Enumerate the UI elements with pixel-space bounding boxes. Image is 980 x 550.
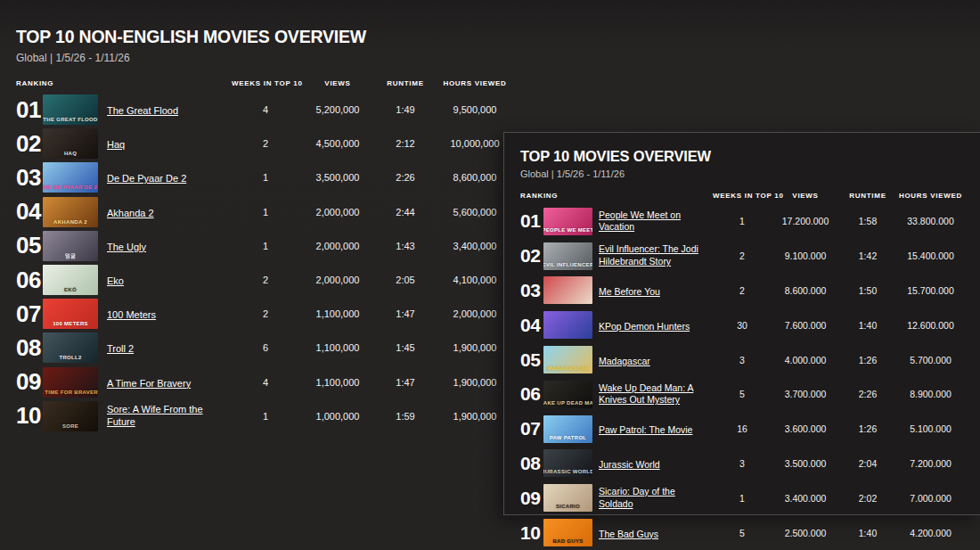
movie-thumbnail[interactable]: HAQ (43, 128, 98, 159)
views-column-header: VIEWS (299, 79, 376, 87)
runtime-column-header: RUNTIME (376, 79, 435, 87)
movie-title-link[interactable]: Jurassic World (599, 459, 660, 472)
movie-thumbnail[interactable]: TROLL2 (43, 332, 98, 363)
table-row: 01 THE GREAT FLOOD The Great Flood 4 5,2… (16, 93, 515, 127)
movie-thumbnail[interactable]: PAW PATROL (543, 415, 592, 443)
movie-thumbnail-label: HAQ (64, 151, 77, 159)
movie-thumbnail[interactable]: De De Pyaar De 2 (43, 162, 98, 193)
movie-thumbnail[interactable]: JURASSIC WORLD (543, 449, 592, 477)
movie-title-link[interactable]: Evil Influencer: The Jodi Hildebrandt St… (599, 243, 707, 267)
weeks-in-top10-value: 3 (713, 458, 772, 469)
column-header-row: RANKING WEEKS IN TOP 10 VIEWS RUNTIME HO… (520, 192, 964, 200)
movie-thumbnail[interactable]: WAKE UP DEAD MAN (543, 381, 592, 408)
scope-and-date-range: Global | 1/5/26 - 1/11/26 (520, 168, 964, 179)
movie-thumbnail[interactable]: SICARIO (543, 484, 592, 512)
movie-title-link[interactable]: Paw Patrol: The Movie (599, 424, 692, 437)
rank-number: 04 (16, 198, 43, 226)
hours-viewed-value: 15.400.000 (896, 250, 965, 261)
rank-number: 09 (520, 488, 543, 509)
non-english-movies-list: 01 THE GREAT FLOOD The Great Flood 4 5,2… (16, 93, 515, 433)
weeks-in-top10-value: 6 (232, 342, 299, 353)
runtime-value: 2:26 (376, 172, 435, 183)
table-row: 06 WAKE UP DEAD MAN Wake Up Dead Man: A … (520, 377, 964, 412)
hours-viewed-value: 7.200.000 (896, 458, 965, 469)
runtime-value: 1:47 (376, 377, 435, 388)
rank-number: 10 (520, 522, 543, 544)
views-value: 3.400.000 (772, 493, 839, 504)
table-row: 07 PAW PATROL Paw Patrol: The Movie 16 3… (520, 412, 964, 447)
table-row: 08 JURASSIC WORLD Jurassic World 3 3.500… (520, 447, 964, 481)
ranking-column-header: RANKING (520, 192, 713, 200)
views-value: 4,500,000 (299, 138, 376, 149)
weeks-in-top10-value: 1 (713, 216, 772, 226)
runtime-value: 1:47 (376, 308, 435, 319)
movie-thumbnail[interactable]: SORE (43, 401, 98, 431)
movie-thumbnail[interactable]: MADAGASCAR (543, 346, 592, 374)
weeks-column-header: WEEKS IN TOP 10 (713, 192, 772, 200)
hours-viewed-value: 9,500,000 (435, 104, 515, 115)
views-value: 3.500.000 (772, 458, 839, 469)
movie-thumbnail[interactable]: A TIME FOR BRAVERY (43, 367, 98, 398)
movie-thumbnail-label: SICARIO (556, 504, 580, 512)
movies-list: 01 PEOPLE WE MEET People We Meet on Vaca… (520, 204, 964, 550)
table-row: 04 KPop Demon Hunters 30 7.600.000 1:40 … (520, 308, 964, 342)
runtime-value: 1:40 (839, 320, 896, 331)
movie-thumbnail-label: BAD GUYS (552, 538, 583, 546)
movie-title-link[interactable]: Sore: A Wife From the Future (107, 403, 226, 429)
movie-title-link[interactable]: Me Before You (599, 286, 660, 299)
movie-title-link[interactable]: Wake Up Dead Man: A Knives Out Mystery (599, 382, 707, 406)
non-english-movies-panel: TOP 10 NON-ENGLISH MOVIES OVERVIEW Globa… (16, 27, 515, 433)
movie-thumbnail[interactable]: EVIL INFLUENCER (543, 242, 592, 270)
movie-title-link[interactable]: The Ugly (107, 241, 146, 253)
movie-title-link[interactable]: Troll 2 (107, 342, 134, 355)
weeks-in-top10-value: 1 (232, 241, 299, 251)
weeks-in-top10-value: 1 (232, 207, 299, 218)
table-row: 08 TROLL2 Troll 2 6 1,100,000 1:45 1,900… (16, 331, 515, 365)
runtime-value: 2:04 (839, 458, 896, 469)
movie-thumbnail[interactable]: BAD GUYS (543, 519, 592, 546)
movie-thumbnail[interactable] (543, 276, 592, 304)
runtime-value: 1:58 (839, 216, 896, 226)
movie-title-link[interactable]: Sicario: Day of the Soldado (599, 486, 707, 510)
movie-thumbnail[interactable]: THE GREAT FLOOD (43, 94, 98, 125)
movie-thumbnail-label: ekó (64, 287, 77, 295)
movie-thumbnail-label: PEOPLE WE MEET (543, 227, 592, 235)
movie-title-link[interactable]: Akhanda 2 (107, 207, 154, 219)
views-value: 3.600.000 (772, 423, 839, 434)
movie-title-link[interactable]: Madagascar (599, 356, 650, 368)
movie-thumbnail[interactable]: 얼굴 (43, 231, 98, 261)
movie-title-link[interactable]: 100 Meters (107, 308, 156, 321)
scope-and-date-range: Global | 1/5/26 - 1/11/26 (16, 52, 515, 64)
table-row: 04 AKHANDA 2 Akhanda 2 1 2,000,000 2:44 … (16, 195, 515, 229)
movie-title-link[interactable]: Eko (107, 275, 124, 287)
rank-number: 03 (520, 280, 543, 301)
movie-title-link[interactable]: De De Pyaar De 2 (107, 172, 186, 185)
movie-thumbnail-label: 100 METERS (53, 321, 88, 329)
weeks-in-top10-value: 5 (713, 528, 772, 538)
runtime-column-header: RUNTIME (839, 192, 896, 200)
movie-title-link[interactable]: The Great Flood (107, 104, 178, 117)
movie-thumbnail[interactable]: PEOPLE WE MEET (543, 208, 592, 235)
movie-title-link[interactable]: A Time For Bravery (107, 377, 191, 390)
views-value: 17.200.000 (772, 216, 839, 226)
movie-thumbnail[interactable]: 100 METERS (43, 299, 98, 329)
views-value: 2,000,000 (299, 241, 376, 251)
movie-thumbnail[interactable] (543, 311, 592, 339)
table-row: 05 MADAGASCAR Madagascar 3 4.000.000 1:2… (520, 342, 964, 377)
movie-thumbnail[interactable]: ekó (43, 265, 98, 295)
table-row: 02 HAQ Haq 2 4,500,000 2:12 10,000,000 (16, 127, 515, 160)
movie-thumbnail-label: THE GREAT FLOOD (43, 117, 97, 125)
rank-number: 07 (16, 300, 43, 328)
movie-title-link[interactable]: Haq (107, 138, 125, 151)
movie-title-link[interactable]: The Bad Guys (599, 529, 658, 541)
weeks-in-top10-value: 1 (232, 411, 299, 422)
weeks-in-top10-value: 4 (232, 104, 299, 115)
movie-title-link[interactable]: People We Meet on Vacation (599, 209, 707, 234)
movie-thumbnail[interactable]: AKHANDA 2 (43, 197, 98, 227)
weeks-in-top10-value: 2 (232, 275, 299, 285)
table-row: 03 Me Before You 2 8.600.000 1:50 15.700… (520, 274, 964, 308)
runtime-value: 1:49 (376, 104, 435, 115)
views-value: 4.000.000 (772, 355, 839, 365)
rank-number: 10 (16, 402, 43, 430)
movie-title-link[interactable]: KPop Demon Hunters (599, 321, 690, 333)
